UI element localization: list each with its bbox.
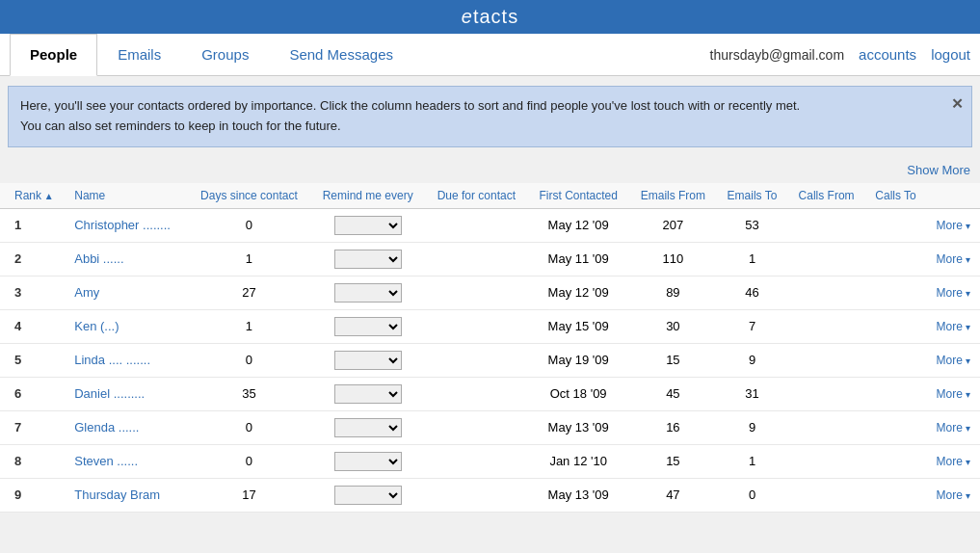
contact-name-link[interactable]: Linda .... ....... (74, 353, 150, 367)
remind-me-cell[interactable]: 1 week 2 weeks 1 month 3 months (310, 309, 426, 343)
name-cell: Daniel ......... (66, 377, 188, 410)
col-header-name[interactable]: Name (66, 183, 188, 209)
remind-me-select[interactable]: 1 week 2 weeks 1 month 3 months (334, 486, 402, 505)
calls-to-cell (865, 478, 927, 512)
col-header-due-for[interactable]: Due for contact (425, 183, 527, 209)
remind-me-cell[interactable]: 1 week 2 weeks 1 month 3 months (310, 478, 426, 512)
remind-me-select[interactable]: 1 week 2 weeks 1 month 3 months (334, 452, 402, 471)
table-row: 9 Thursday Bram 17 1 week 2 weeks 1 mont… (0, 478, 980, 512)
show-more-link[interactable]: Show More (907, 163, 970, 177)
more-cell[interactable]: More (926, 276, 980, 309)
contact-name-link[interactable]: Steven ...... (74, 454, 138, 468)
first-contacted-cell: Jan 12 '10 (527, 444, 629, 478)
remind-me-select[interactable]: 1 week 2 weeks 1 month 3 months (334, 283, 402, 303)
remind-me-cell[interactable]: 1 week 2 weeks 1 month 3 months (310, 343, 426, 377)
contact-name-link[interactable]: Daniel ......... (74, 386, 145, 401)
more-cell[interactable]: More (926, 309, 980, 343)
col-header-days-since[interactable]: Days since contact (188, 183, 310, 209)
more-link[interactable]: More (937, 387, 970, 401)
remind-me-select[interactable]: 1 week 2 weeks 1 month 3 months (334, 351, 402, 370)
emails-from-cell: 45 (629, 377, 717, 410)
contact-name-link[interactable]: Thursday Bram (74, 487, 160, 502)
more-link[interactable]: More (937, 455, 970, 468)
remind-me-select[interactable]: 1 week 2 weeks 1 month 3 months (334, 250, 402, 269)
user-email: thursdayb@gmail.com (710, 47, 845, 63)
contact-name-link[interactable]: Glenda ...... (74, 420, 139, 434)
remind-me-cell[interactable]: 1 week 2 weeks 1 month 3 months (310, 276, 426, 309)
calls-from-cell (787, 478, 864, 512)
calls-to-cell (865, 444, 927, 478)
more-cell[interactable]: More (926, 242, 980, 276)
more-cell[interactable]: More (926, 410, 980, 444)
more-link[interactable]: More (937, 488, 970, 502)
rank-cell: 2 (0, 242, 66, 276)
due-for-cell (425, 343, 527, 377)
more-cell[interactable]: More (926, 444, 980, 478)
more-link[interactable]: More (937, 421, 970, 434)
table-row: 4 Ken (...) 1 1 week 2 weeks 1 month 3 m… (0, 309, 980, 343)
rank-cell: 4 (0, 309, 66, 343)
more-cell[interactable]: More (926, 343, 980, 377)
banner-close-button[interactable]: ✕ (951, 92, 964, 116)
col-header-first-contacted[interactable]: First Contacted (527, 183, 629, 209)
due-for-cell (425, 478, 527, 512)
remind-me-cell[interactable]: 1 week 2 weeks 1 month 3 months (310, 444, 426, 478)
table-row: 7 Glenda ...... 0 1 week 2 weeks 1 month… (0, 410, 980, 444)
table-header-row: Rank Name Days since contact Remind me e… (0, 183, 980, 209)
col-header-emails-from[interactable]: Emails From (629, 183, 717, 209)
due-for-cell (425, 242, 527, 276)
logo-rest: tacts (473, 6, 518, 27)
rank-cell: 1 (0, 208, 66, 242)
emails-to-cell: 46 (717, 276, 788, 309)
col-header-calls-to[interactable]: Calls To (865, 183, 927, 209)
remind-me-cell[interactable]: 1 week 2 weeks 1 month 3 months (310, 242, 426, 276)
calls-to-cell (865, 309, 927, 343)
more-link[interactable]: More (937, 286, 970, 300)
first-contacted-cell: May 19 '09 (527, 343, 629, 377)
more-link[interactable]: More (937, 320, 970, 333)
contacts-table: Rank Name Days since contact Remind me e… (0, 183, 980, 513)
calls-to-cell (865, 410, 927, 444)
remind-me-select[interactable]: 1 week 2 weeks 1 month 3 months (334, 317, 402, 336)
days-since-cell: 0 (188, 343, 310, 377)
remind-me-select[interactable]: 1 week 2 weeks 1 month 3 months (334, 216, 402, 235)
tab-emails[interactable]: Emails (97, 34, 181, 75)
nav-tabs: People Emails Groups Send Messages (10, 34, 413, 75)
more-link[interactable]: More (937, 252, 970, 266)
show-more-row: Show More (0, 157, 980, 181)
more-cell[interactable]: More (926, 377, 980, 410)
tab-people[interactable]: People (10, 34, 97, 76)
accounts-link[interactable]: accounts (859, 46, 916, 63)
remind-me-cell[interactable]: 1 week 2 weeks 1 month 3 months (310, 208, 426, 242)
contact-name-link[interactable]: Christopher ........ (74, 218, 171, 232)
remind-me-cell[interactable]: 1 week 2 weeks 1 month 3 months (310, 410, 426, 444)
rank-cell: 6 (0, 377, 66, 410)
remind-me-select[interactable]: 1 week 2 weeks 1 month 3 months (334, 384, 402, 404)
days-since-cell: 35 (188, 377, 310, 410)
tab-send-messages[interactable]: Send Messages (269, 34, 413, 75)
emails-from-cell: 15 (629, 343, 717, 377)
days-since-cell: 0 (188, 444, 310, 478)
contact-name-link[interactable]: Amy (74, 285, 99, 300)
col-header-emails-to[interactable]: Emails To (717, 183, 788, 209)
more-cell[interactable]: More (926, 208, 980, 242)
due-for-cell (425, 410, 527, 444)
more-link[interactable]: More (937, 354, 970, 367)
contact-name-link[interactable]: Ken (...) (74, 319, 119, 333)
first-contacted-cell: May 13 '09 (527, 478, 629, 512)
contacts-tbody: 1 Christopher ........ 0 1 week 2 weeks … (0, 208, 980, 512)
more-cell[interactable]: More (926, 478, 980, 512)
name-cell: Abbi ...... (66, 242, 188, 276)
remind-me-cell[interactable]: 1 week 2 weeks 1 month 3 months (310, 377, 426, 410)
logout-link[interactable]: logout (931, 46, 970, 63)
col-header-remind-me[interactable]: Remind me every (310, 183, 426, 209)
more-link[interactable]: More (937, 219, 970, 232)
col-header-rank[interactable]: Rank (0, 183, 66, 209)
remind-me-select[interactable]: 1 week 2 weeks 1 month 3 months (334, 418, 402, 437)
tab-groups[interactable]: Groups (181, 34, 269, 75)
col-header-calls-from[interactable]: Calls From (787, 183, 864, 209)
rank-cell: 7 (0, 410, 66, 444)
contact-name-link[interactable]: Abbi ...... (74, 251, 123, 266)
calls-to-cell (865, 208, 927, 242)
name-cell: Amy (66, 276, 188, 309)
